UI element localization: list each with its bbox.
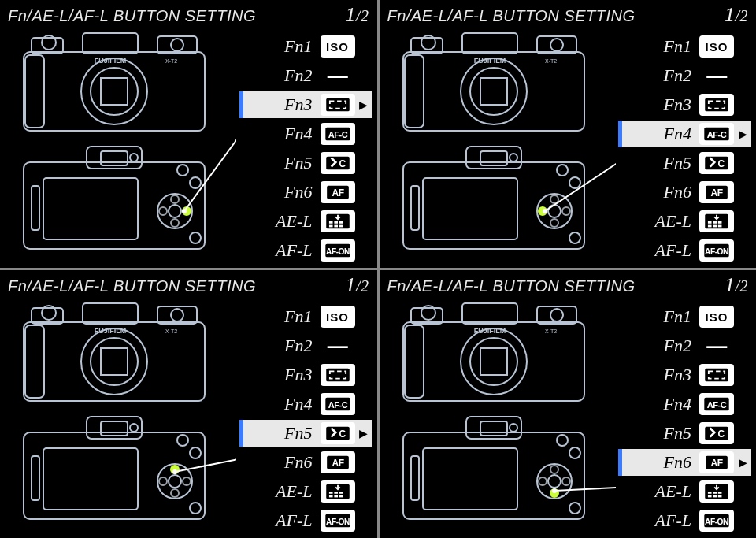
svg-rect-154	[423, 448, 517, 510]
row-label: AE-L	[267, 481, 313, 502]
menu-row-fn3[interactable]: Fn3 ▶	[618, 362, 751, 388]
svg-point-70	[550, 219, 558, 227]
svg-rect-63	[411, 186, 419, 230]
menu-row-fn2[interactable]: Fn2—▶	[618, 332, 751, 359]
quadrant-1: Fn/AE-L/AF-L BUTTON SETTING 1/2 FUJIFILM…	[380, 0, 757, 268]
svg-rect-33	[326, 157, 350, 170]
menu-row-fn5[interactable]: Fn5 C ▶	[239, 420, 372, 447]
svg-point-161	[550, 466, 558, 473]
af-c-icon: AF-C	[699, 393, 734, 415]
af-icon: AF	[699, 181, 734, 203]
none-icon: —	[699, 65, 734, 87]
menu-row-fn6[interactable]: Fn6 AF ▶	[239, 179, 372, 206]
af-on-icon: AF-ON	[699, 510, 734, 532]
svg-rect-96	[83, 303, 138, 324]
menu-row-fn1[interactable]: Fn1ISO▶	[618, 33, 751, 60]
row-label: Fn1	[267, 36, 313, 57]
svg-rect-17	[32, 186, 39, 230]
row-label: Fn3	[646, 365, 691, 385]
bkt-c-icon: C	[321, 422, 355, 444]
menu-row-fn5[interactable]: Fn5 C ▶	[618, 420, 751, 447]
bkt-icon	[321, 480, 355, 503]
menu-row-fn1[interactable]: Fn1ISO▶	[239, 33, 372, 60]
row-label: AE-L	[267, 211, 313, 232]
svg-text:FUJIFILM: FUJIFILM	[473, 327, 506, 335]
menu-row-fn2[interactable]: Fn2—▶	[239, 62, 372, 89]
menu-row-fn4[interactable]: Fn4 AF-C ▶	[618, 391, 751, 417]
menu-row-fn1[interactable]: Fn1ISO▶	[618, 303, 751, 330]
svg-point-114	[169, 475, 181, 488]
menu-row-af-l[interactable]: AF-L AF-ON ▶	[618, 507, 751, 534]
svg-rect-179	[708, 495, 712, 498]
menu-row-af-l[interactable]: AF-L AF-ON ▶	[239, 507, 372, 534]
svg-rect-75	[705, 98, 728, 112]
menu-row-fn5[interactable]: Fn5 C ▶	[239, 150, 372, 176]
menu-row-fn2[interactable]: Fn2—▶	[239, 332, 372, 359]
svg-rect-167	[705, 369, 728, 382]
screen-title: Fn/AE-L/AF-L BUTTON SETTING	[8, 277, 256, 295]
menu-row-ae-l[interactable]: AE-L ▶	[239, 208, 372, 235]
svg-point-19	[190, 177, 201, 188]
svg-rect-84	[708, 221, 712, 224]
svg-text:FUJIFILM: FUJIFILM	[473, 57, 506, 65]
svg-text:AF: AF	[710, 187, 722, 199]
menu-row-ae-l[interactable]: AE-L ▶	[239, 478, 372, 505]
row-label: Fn3	[267, 95, 313, 115]
menu-row-fn6[interactable]: Fn6 AF ▶	[239, 449, 372, 476]
svg-text:C: C	[339, 158, 346, 169]
menu-row-fn4[interactable]: Fn4 AF-C ▶	[239, 121, 372, 147]
svg-point-15	[130, 154, 138, 161]
none-icon: —	[321, 65, 355, 87]
row-label: Fn2	[646, 65, 691, 86]
menu-row-af-l[interactable]: AF-L AF-ON ▶	[618, 237, 751, 264]
row-label: Fn3	[267, 365, 313, 385]
svg-point-116	[171, 489, 179, 497]
menu-row-fn5[interactable]: Fn5 C ▶	[618, 150, 751, 176]
svg-point-164	[562, 477, 570, 485]
svg-text:X-T2: X-T2	[545, 58, 557, 64]
row-label: Fn2	[646, 336, 691, 356]
svg-rect-41	[328, 225, 332, 228]
svg-rect-55	[480, 78, 507, 105]
menu-row-fn4[interactable]: Fn4 AF-C ▶	[618, 121, 751, 147]
svg-point-61	[510, 154, 517, 161]
svg-point-146	[470, 338, 517, 385]
row-label: Fn4	[267, 124, 313, 144]
af-icon: AF	[321, 451, 355, 473]
menu-row-fn2[interactable]: Fn2—▶	[618, 62, 751, 89]
menu-row-fn4[interactable]: Fn4 AF-C ▶	[239, 391, 372, 417]
row-label: Fn6	[267, 452, 313, 473]
svg-text:FUJIFILM: FUJIFILM	[94, 327, 127, 335]
menu-row-ae-l[interactable]: AE-L ▶	[618, 478, 751, 505]
iso-icon: ISO	[699, 306, 734, 328]
menu-row-fn3[interactable]: Fn3 ▶	[239, 91, 372, 118]
svg-text:X-T2: X-T2	[545, 328, 557, 334]
row-label: Fn1	[646, 306, 691, 327]
svg-text:AF-C: AF-C	[707, 400, 727, 410]
svg-rect-180	[713, 495, 717, 498]
menu-row-fn3[interactable]: Fn3 ▶	[618, 91, 751, 118]
camera-diagram: FUJIFILM X-T2	[380, 28, 619, 268]
af-c-icon: AF-C	[321, 123, 355, 145]
svg-line-27	[184, 130, 236, 212]
submenu-arrow-icon: ▶	[358, 427, 369, 440]
row-label: AE-L	[646, 211, 691, 232]
af-c-icon: AF-C	[699, 123, 734, 145]
menu-row-fn3[interactable]: Fn3 ▶	[239, 362, 372, 388]
svg-point-20	[190, 232, 201, 243]
svg-point-95	[171, 309, 183, 321]
svg-point-166	[552, 488, 557, 493]
row-label: Fn3	[646, 95, 691, 115]
row-label: Fn4	[646, 124, 691, 144]
menu-row-ae-l[interactable]: AE-L ▶	[618, 208, 751, 235]
svg-rect-40	[339, 221, 343, 224]
svg-point-110	[177, 435, 188, 446]
svg-text:AF: AF	[332, 187, 343, 199]
svg-rect-155	[411, 456, 419, 500]
menu-row-af-l[interactable]: AF-L AF-ON ▶	[239, 237, 372, 264]
menu-row-fn6[interactable]: Fn6 AF ▶	[618, 179, 751, 206]
svg-point-68	[548, 205, 561, 217]
svg-rect-125	[326, 427, 350, 440]
menu-row-fn1[interactable]: Fn1ISO▶	[239, 303, 372, 330]
menu-row-fn6[interactable]: Fn6 AF ▶	[618, 449, 751, 476]
